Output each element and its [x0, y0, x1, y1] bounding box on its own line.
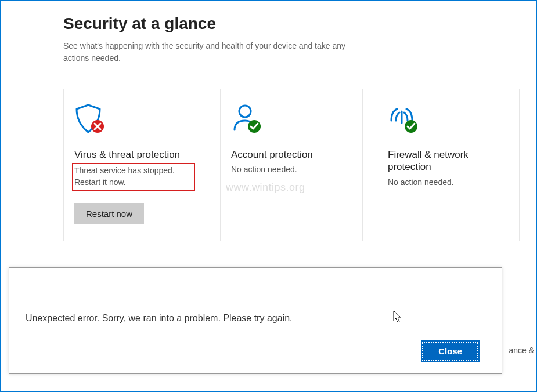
- page-subtitle: See what's happening with the security a…: [63, 40, 365, 64]
- tile-status: No action needed.: [388, 177, 509, 188]
- restart-now-button[interactable]: Restart now: [74, 203, 144, 224]
- tile-status: Threat service has stopped. Restart it n…: [74, 165, 190, 188]
- tile-title: Virus & threat protection: [74, 148, 195, 161]
- tile-status: No action needed.: [231, 164, 352, 176]
- tile-title: Firewall & network protection: [388, 148, 509, 173]
- close-button[interactable]: Close: [422, 342, 478, 361]
- tiles-container: Virus & threat protection Threat service…: [63, 89, 536, 241]
- svg-point-1: [239, 106, 251, 117]
- tile-virus-threat-protection[interactable]: Virus & threat protection Threat service…: [63, 89, 206, 241]
- tile-firewall-network-protection[interactable]: Firewall & network protection No action …: [377, 89, 520, 241]
- tile-title: Account protection: [231, 148, 352, 161]
- background-peek-text: ance &: [499, 345, 534, 356]
- person-ok-icon: [231, 103, 264, 136]
- status-error-highlight: Threat service has stopped. Restart it n…: [72, 163, 195, 191]
- shield-error-icon: [74, 103, 107, 136]
- error-dialog: Unexpected error. Sorry, we ran into a p…: [9, 267, 502, 374]
- error-dialog-message: Unexpected error. Sorry, we ran into a p…: [9, 268, 502, 324]
- network-ok-icon: [388, 103, 420, 136]
- page-title: Security at a glance: [63, 14, 536, 33]
- tile-account-protection[interactable]: Account protection No action needed.: [220, 89, 363, 241]
